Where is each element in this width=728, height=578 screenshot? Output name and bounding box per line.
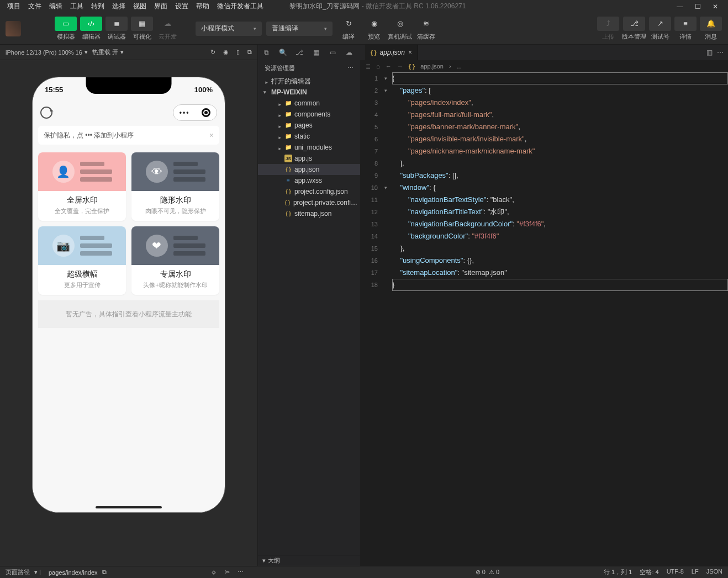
record-icon[interactable]: ◉ (223, 49, 229, 56)
card-icon: 👤 (52, 161, 75, 183)
main-toolbar: ▭模拟器 ‹/›编辑器 ≣调试器 ▦可视化 ☁云开发 小程序模式▾ 普通编译▾ … (0, 13, 728, 45)
preview-button[interactable]: ◉预览 (362, 17, 386, 41)
tree-item[interactable]: ▾📁components (258, 109, 360, 120)
menu-view[interactable]: 视图 (129, 0, 150, 13)
card-subtitle: 肉眼不可见，隐形保护 (135, 207, 216, 215)
feature-card[interactable]: 📷 超级横幅更多用于宣传 (38, 226, 126, 295)
feature-card[interactable]: 👁 隐形水印肉眼不可见，隐形保护 (131, 152, 219, 221)
ad-placeholder: 暂无广告，具体指引查看小程序流量主功能 (38, 300, 219, 328)
copy-icon[interactable]: ⧉ (102, 569, 107, 576)
simulator-toolbar: iPhone 12/13 (Pro) 100% 16▾ 热重载 开▾ ↻ ◉ ▯… (0, 45, 257, 60)
lang-info[interactable]: JSON (706, 568, 722, 576)
git-icon[interactable]: ⎇ (291, 49, 308, 56)
cursor-pos[interactable]: 行 1，列 1 (604, 568, 632, 576)
menu-edit[interactable]: 编辑 (45, 0, 66, 13)
split-icon[interactable]: ▥ (706, 49, 713, 56)
compile-button[interactable]: ↻编译 (337, 17, 360, 41)
card-icon: 📷 (52, 235, 75, 257)
back-icon[interactable]: ← (386, 63, 392, 70)
tree-item[interactable]: ▾📁pages (258, 120, 360, 131)
message-button[interactable]: 🔔消息 (699, 17, 722, 41)
menu-goto[interactable]: 转到 (87, 0, 108, 13)
menu-devtools[interactable]: 微信开发者工具 (213, 0, 267, 13)
tree-item[interactable]: ▾📁common (258, 98, 360, 109)
menu-file[interactable]: 文件 (24, 0, 45, 13)
eol-info[interactable]: LF (692, 568, 699, 576)
feature-card[interactable]: 👤 全屏水印全文覆盖，完全保护 (38, 152, 126, 221)
mode-select[interactable]: 小程序模式▾ (196, 22, 262, 36)
tree-item[interactable]: ▾📁static (258, 131, 360, 142)
more-icon[interactable]: ⋯ (717, 49, 724, 56)
code-editor[interactable]: 123456789101112131415161718 ▾▾ ▾ { "page… (360, 72, 728, 566)
tree-item[interactable]: { }project.private.config.js... (258, 197, 360, 208)
outline-section[interactable]: ▾大纲 (258, 555, 360, 566)
sim-settings-icon[interactable]: ⛭ (211, 569, 217, 576)
error-count[interactable]: ⊘ 0 (476, 569, 486, 576)
visualize-button[interactable]: ▦可视化 (130, 17, 154, 41)
ext2-icon[interactable]: ▭ (324, 49, 341, 56)
feature-card[interactable]: ❤ 专属水印头像+昵称就能制作水印 (131, 226, 219, 295)
close-icon[interactable]: ✕ (710, 2, 720, 12)
sim-more-icon[interactable]: ⋯ (238, 569, 244, 576)
capsule-menu[interactable]: ••• (173, 104, 217, 121)
sim-cut-icon[interactable]: ✂ (225, 569, 230, 576)
menu-interface[interactable]: 界面 (150, 0, 171, 13)
card-subtitle: 更多用于宣传 (41, 281, 123, 289)
refresh-icon[interactable] (40, 107, 52, 119)
cloud-button[interactable]: ☁云开发 (156, 17, 179, 41)
editor-tab-appjson[interactable]: { }app.json× (365, 45, 418, 60)
bookmark-icon[interactable]: ⌂ (376, 63, 380, 70)
menu-select[interactable]: 选择 (108, 0, 129, 13)
menu-tool[interactable]: 工具 (66, 0, 87, 13)
detail-button[interactable]: ≡详情 (674, 17, 697, 41)
cloud-icon[interactable]: ☁ (341, 49, 357, 56)
breadcrumb-file[interactable]: app.json (420, 63, 444, 70)
tree-item[interactable]: ▾📁uni_modules (258, 142, 360, 153)
close-tab-icon[interactable]: × (408, 49, 412, 56)
tree-item[interactable]: ≡app.wxss (258, 175, 360, 186)
simulator-button[interactable]: ▭模拟器 (54, 17, 77, 41)
tree-item[interactable]: { }app.json (258, 164, 360, 175)
explorer-more-icon[interactable]: ⋯ (347, 65, 354, 72)
tip-bar[interactable]: 保护隐私，点 ••• 添加到小程序× (38, 126, 219, 145)
warn-count[interactable]: ⚠ 0 (489, 569, 499, 576)
debugger-button[interactable]: ≣调试器 (105, 17, 128, 41)
card-subtitle: 全文覆盖，完全保护 (41, 207, 123, 215)
breadcrumb: ≣ ⌂ ← → { } app.json ›... (360, 60, 728, 72)
refresh-icon[interactable]: ↻ (210, 49, 215, 56)
clear-cache-button[interactable]: ≋清缓存 (414, 17, 437, 41)
search-icon[interactable]: 🔍 (275, 49, 291, 56)
reload-select[interactable]: 热重载 开▾ (92, 48, 124, 56)
ext-icon[interactable]: ▦ (308, 49, 324, 56)
explorer-toggle-icon[interactable]: ⧉ (258, 49, 275, 56)
popout-icon[interactable]: ⧉ (247, 49, 252, 56)
list-icon[interactable]: ≣ (366, 63, 371, 70)
menu-project[interactable]: 项目 (3, 0, 24, 13)
forward-icon[interactable]: → (397, 63, 403, 70)
status-battery: 100% (194, 86, 213, 94)
project-root[interactable]: ▾MP-WEIXIN (258, 87, 360, 98)
device-icon[interactable]: ▯ (236, 49, 240, 56)
testid-button[interactable]: ↗测试号 (648, 17, 672, 41)
upload-button[interactable]: ⤴上传 (597, 17, 620, 41)
window-title: 黎明加水印_刀客源码网 (289, 2, 360, 11)
maximize-icon[interactable]: ☐ (693, 2, 703, 12)
device-select[interactable]: iPhone 12/13 (Pro) 100% 16▾ (6, 49, 88, 56)
menu-help[interactable]: 帮助 (192, 0, 213, 13)
close-icon[interactable]: × (209, 131, 214, 140)
minimize-icon[interactable]: — (675, 2, 685, 12)
page-path-value[interactable]: pages/index/index (49, 569, 98, 576)
open-editors-section[interactable]: ▾打开的编辑器 (258, 76, 360, 87)
encoding-info[interactable]: UTF-8 (667, 568, 684, 576)
tree-item[interactable]: JSapp.js (258, 153, 360, 164)
card-title: 超级横幅 (41, 269, 123, 279)
editor-button[interactable]: ‹/›编辑器 (80, 17, 103, 41)
remote-debug-button[interactable]: ◎真机调试 (388, 17, 412, 41)
version-button[interactable]: ⎇版本管理 (622, 17, 646, 41)
indent-info[interactable]: 空格: 4 (640, 568, 658, 576)
menu-settings[interactable]: 设置 (171, 0, 192, 13)
tree-item[interactable]: { }project.config.json (258, 186, 360, 197)
compile-select[interactable]: 普通编译▾ (266, 22, 333, 36)
tree-item[interactable]: { }sitemap.json (258, 208, 360, 219)
card-title: 全屏水印 (41, 195, 123, 205)
